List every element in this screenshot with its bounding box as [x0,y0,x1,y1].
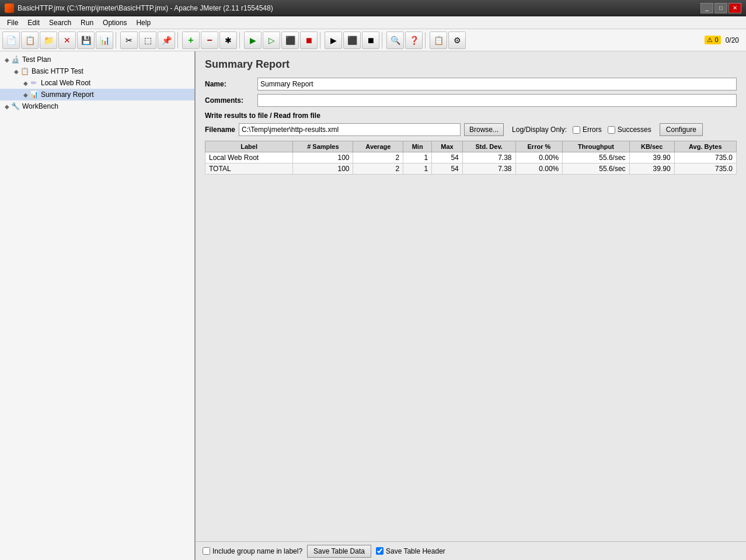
toolbar-separator-1 [116,32,118,48]
save-table-header-checkbox[interactable] [376,547,384,555]
tree-connector-3: ◆ [23,80,28,86]
title-bar: BasicHTTP.jmx (C:\Temp\jmeter\BasicHTTP.… [0,0,746,16]
remote-stop-all-button[interactable]: ⏹ [362,32,379,49]
function-helper-button[interactable]: ⚙ [448,32,466,49]
include-group-checkbox[interactable] [203,547,210,555]
col-kb-sec: KB/sec [629,141,674,152]
menu-run[interactable]: Run [76,18,98,28]
table-header-row: Label # Samples Average Min Max Std. Dev… [205,141,737,152]
window-title: BasicHTTP.jmx (C:\Temp\jmeter\BasicHTTP.… [18,4,273,12]
tree-label-local-web-root: Local Web Root [41,79,90,87]
tree-label-test-plan: Test Plan [22,55,51,64]
menu-options[interactable]: Options [98,18,131,28]
save-header-checkbox-group: Save Table Header [376,547,445,555]
name-row: Name: [205,78,737,91]
warning-icon: ⚠ [707,36,713,43]
cut-button[interactable]: ✂ [120,32,138,49]
errors-checkbox-group: Errors [573,126,602,134]
shutdown-button[interactable]: ⏹ [300,32,318,49]
maximize-button[interactable]: □ [714,3,727,13]
toolbar-separator-5 [382,32,384,48]
errors-label: Errors [583,126,602,134]
cell-max-1: 54 [432,164,463,175]
tree-item-workbench[interactable]: ◆ 🔧 WorkBench [0,100,194,112]
save-table-header-label: Save Table Header [386,547,445,555]
table-row: TOTAL 100 2 1 54 7.38 0.00% 55.6/sec 39.… [205,164,737,175]
configure-button[interactable]: Configure [660,123,703,136]
left-panel: ◆ 🔬 Test Plan ◆ 📋 Basic HTTP Test ◆ ✏ Lo… [0,51,196,560]
cell-kb-sec-0: 39.90 [629,152,674,164]
panel-title: Summary Report [205,58,737,71]
comments-input[interactable] [257,94,737,107]
basic-http-icon: 📋 [20,67,29,76]
toolbar-separator-2 [177,32,180,48]
browse-button[interactable]: Browse... [464,123,504,136]
new-button[interactable]: 📄 [2,32,20,49]
toolbar-separator-3 [239,32,242,48]
tree-item-test-plan[interactable]: ◆ 🔬 Test Plan [0,54,194,65]
toolbar: 📄 📋 📁 ✕ 💾 📊 ✂ ⬚ 📌 + − ✱ ▶ ▷ ⬛ ⏹ ▶ ⬛ ⏹ 🔍 … [0,29,746,51]
open-templates-button[interactable]: 📋 [21,32,39,49]
window-controls: _ □ ✕ [700,3,741,13]
tree-item-local-web-root[interactable]: ◆ ✏ Local Web Root [0,77,194,89]
close-button[interactable]: ✕ [728,3,741,13]
col-samples: # Samples [293,141,353,152]
cell-avg-bytes-1: 735.0 [674,164,736,175]
menu-help[interactable]: Help [131,18,155,28]
log-viewer-button[interactable]: 📋 [430,32,447,49]
start-no-pause-button[interactable]: ▷ [263,32,280,49]
help-button[interactable]: ❓ [405,32,423,49]
cell-std-dev-1: 7.38 [462,164,515,175]
cell-label-0: Local Web Root [205,152,293,164]
open-button[interactable]: 📁 [40,32,57,49]
errors-checkbox[interactable] [573,126,580,134]
right-panel: Summary Report Name: Comments: Write res… [196,51,746,560]
menu-file[interactable]: File [2,18,23,28]
cell-kb-sec-1: 39.90 [629,164,674,175]
name-label: Name: [205,80,257,88]
col-average: Average [353,141,403,152]
tree-connector-4: ◆ [23,92,28,98]
content-area: Summary Report Name: Comments: Write res… [196,51,746,541]
results-table: Label # Samples Average Min Max Std. Dev… [205,141,737,175]
local-web-root-icon: ✏ [29,78,39,88]
clear-button[interactable]: ✱ [219,32,237,49]
name-input[interactable] [257,78,737,91]
col-avg-bytes: Avg. Bytes [674,141,736,152]
cell-label-1: TOTAL [205,164,293,175]
save-table-data-button[interactable]: Save Table Data [307,545,371,558]
close-button[interactable]: ✕ [58,32,76,49]
remote-start-button[interactable]: ▶ [325,32,342,49]
save-button[interactable]: 💾 [77,32,95,49]
start-button[interactable]: ▶ [244,32,262,49]
copy-button[interactable]: ⬚ [139,32,156,49]
scroll-to-button[interactable]: 🔍 [386,32,404,49]
bottom-bar: Include group name in label? Save Table … [196,541,746,560]
cell-min-1: 1 [403,164,432,175]
filename-input[interactable] [239,123,461,136]
tree-item-basic-http[interactable]: ◆ 📋 Basic HTTP Test [0,65,194,77]
include-group-checkbox-group: Include group name in label? [203,547,302,555]
workbench-icon: 🔧 [11,102,20,111]
stop-button[interactable]: ⬛ [281,32,299,49]
remote-stop-button[interactable]: ⬛ [343,32,361,49]
minimize-button[interactable]: _ [700,3,713,13]
cell-avg-bytes-0: 735.0 [674,152,736,164]
successes-checkbox-group: Successes [608,126,651,134]
menu-search[interactable]: Search [44,18,76,28]
paste-button[interactable]: 📌 [158,32,175,49]
save-as-button[interactable]: 📊 [96,32,113,49]
comments-row: Comments: [205,94,737,107]
tree-connector-5: ◆ [5,103,9,110]
menu-bar: File Edit Search Run Options Help [0,16,746,29]
main-layout: ◆ 🔬 Test Plan ◆ 📋 Basic HTTP Test ◆ ✏ Lo… [0,51,746,560]
warning-number: 0 [715,36,719,43]
successes-checkbox[interactable] [608,126,615,134]
tree-label-basic-http: Basic HTTP Test [32,67,83,75]
tree-item-summary-report[interactable]: ◆ 📊 Summary Report [0,89,194,100]
remove-button[interactable]: − [201,32,218,49]
tree-label-summary-report: Summary Report [41,91,94,99]
add-button[interactable]: + [182,32,200,49]
col-std-dev: Std. Dev. [462,141,515,152]
menu-edit[interactable]: Edit [23,18,44,28]
